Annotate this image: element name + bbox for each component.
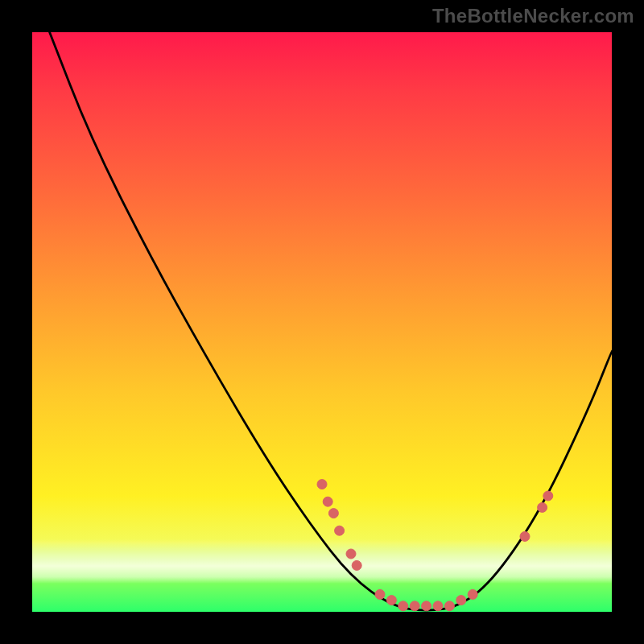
highlight-dot [346,549,356,559]
highlight-dot [520,531,530,541]
highlight-dot [317,480,327,489]
highlight-dot [468,589,477,599]
highlight-dot [375,589,385,599]
highlight-dot [433,601,443,611]
highlight-dot [335,526,345,535]
highlight-dot [410,601,419,611]
highlight-dot [422,601,431,611]
chart-stage: TheBottleNecker.com [0,0,644,644]
watermark-label: TheBottleNecker.com [432,5,634,27]
highlight-dot [386,596,396,605]
highlight-dot [538,502,547,512]
highlight-dot [352,560,361,570]
highlight-dot [444,601,454,611]
highlight-dot [323,497,332,506]
highlight-dot [398,601,408,611]
highlight-dot [543,491,553,501]
highlight-dot [456,596,466,605]
highlight-dot [328,509,338,518]
bottleneck-curve [50,32,612,610]
plot-area [32,32,612,612]
curve-layer [32,32,612,612]
